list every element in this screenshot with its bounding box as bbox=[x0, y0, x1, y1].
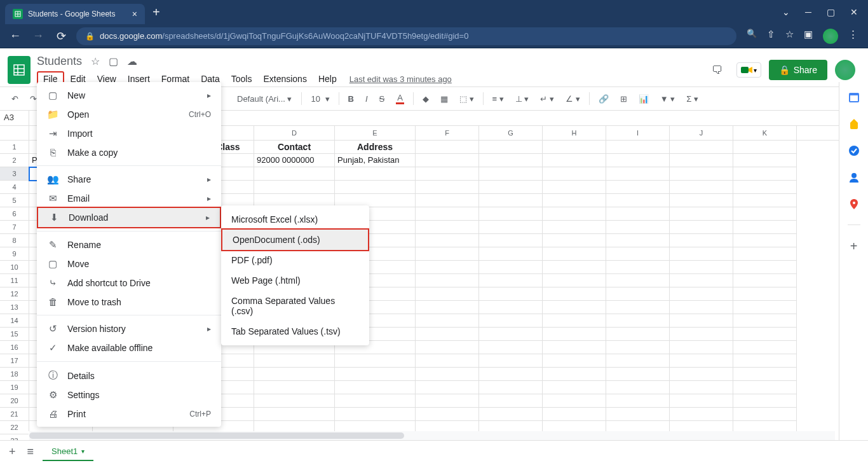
chevron-down-icon[interactable]: ⌄ bbox=[782, 7, 790, 17]
row-header[interactable]: 3 bbox=[0, 167, 29, 181]
close-tab-icon[interactable]: × bbox=[132, 9, 137, 19]
cell[interactable] bbox=[733, 368, 797, 381]
cell[interactable] bbox=[606, 181, 670, 194]
cell[interactable] bbox=[416, 207, 479, 221]
cell[interactable] bbox=[670, 368, 733, 381]
cell[interactable] bbox=[479, 194, 543, 207]
bookmark-icon[interactable]: ☆ bbox=[785, 29, 794, 44]
cell[interactable] bbox=[670, 261, 733, 274]
cell[interactable] bbox=[479, 341, 543, 354]
cell[interactable] bbox=[670, 394, 733, 408]
row-header[interactable]: 4 bbox=[0, 181, 29, 194]
cell[interactable] bbox=[416, 301, 479, 314]
cell[interactable] bbox=[543, 207, 606, 221]
cell[interactable]: 92000 0000000 bbox=[254, 154, 335, 167]
new-tab-button[interactable]: + bbox=[153, 5, 160, 20]
cell[interactable] bbox=[416, 354, 479, 368]
col-header[interactable]: J bbox=[670, 126, 733, 140]
font-size-selector[interactable]: 10 ▾ bbox=[307, 92, 333, 106]
cell[interactable] bbox=[543, 181, 606, 194]
cell[interactable] bbox=[606, 207, 670, 221]
cell[interactable] bbox=[416, 287, 479, 301]
cell[interactable] bbox=[416, 328, 479, 341]
cell[interactable] bbox=[479, 234, 543, 247]
font-selector[interactable]: Default (Ari... ▾ bbox=[233, 92, 296, 106]
all-sheets-button[interactable]: ≡ bbox=[25, 443, 37, 461]
cell[interactable] bbox=[416, 261, 479, 274]
cell[interactable] bbox=[670, 221, 733, 234]
cell[interactable] bbox=[479, 381, 543, 394]
row-header[interactable]: 8 bbox=[0, 234, 29, 247]
cell[interactable] bbox=[606, 341, 670, 354]
menu-tools[interactable]: Tools bbox=[226, 71, 257, 86]
cell[interactable] bbox=[416, 247, 479, 261]
cell[interactable] bbox=[670, 314, 733, 328]
cell[interactable] bbox=[733, 234, 797, 247]
cell[interactable] bbox=[543, 221, 606, 234]
cell[interactable]: Address bbox=[335, 141, 416, 154]
row-header[interactable]: 22 bbox=[0, 421, 29, 434]
cell[interactable] bbox=[606, 301, 670, 314]
cell[interactable] bbox=[543, 167, 606, 181]
rotate-button[interactable]: ∠ ▾ bbox=[562, 92, 584, 106]
col-header[interactable]: E bbox=[335, 126, 416, 140]
cell[interactable] bbox=[543, 261, 606, 274]
cell[interactable] bbox=[335, 394, 416, 408]
download-html[interactable]: Web Page (.html) bbox=[221, 270, 369, 291]
row-header[interactable]: 2 bbox=[0, 154, 29, 167]
cell[interactable] bbox=[335, 368, 416, 381]
comment-button[interactable]: ⊞ bbox=[616, 92, 631, 106]
cell[interactable] bbox=[606, 247, 670, 261]
forward-button[interactable]: → bbox=[31, 29, 46, 43]
cell[interactable] bbox=[606, 408, 670, 421]
file-menu-new[interactable]: ▢New▸ bbox=[37, 86, 221, 105]
cell[interactable] bbox=[733, 354, 797, 368]
cell[interactable] bbox=[543, 141, 606, 154]
meet-button[interactable]: ▾ bbox=[736, 62, 761, 78]
file-menu-shortcut[interactable]: ⤷Add shortcut to Drive bbox=[37, 273, 221, 293]
comments-icon[interactable]: 🗨 bbox=[706, 59, 729, 81]
cell[interactable] bbox=[670, 381, 733, 394]
back-button[interactable]: ← bbox=[8, 29, 23, 43]
cell[interactable] bbox=[733, 261, 797, 274]
cell[interactable] bbox=[543, 394, 606, 408]
cell[interactable] bbox=[606, 328, 670, 341]
cell[interactable] bbox=[606, 314, 670, 328]
cell[interactable] bbox=[733, 247, 797, 261]
cell[interactable] bbox=[670, 328, 733, 341]
contacts-icon[interactable] bbox=[848, 171, 860, 184]
cell[interactable] bbox=[335, 181, 416, 194]
file-menu-move[interactable]: ▢Move bbox=[37, 254, 221, 273]
tasks-icon[interactable] bbox=[848, 144, 860, 157]
cell[interactable] bbox=[416, 194, 479, 207]
cell[interactable] bbox=[606, 274, 670, 287]
cell[interactable] bbox=[733, 221, 797, 234]
cell[interactable] bbox=[606, 368, 670, 381]
reload-button[interactable]: ⟳ bbox=[53, 29, 69, 43]
cell[interactable] bbox=[543, 301, 606, 314]
cell[interactable] bbox=[479, 247, 543, 261]
filter-button[interactable]: ▼ ▾ bbox=[656, 92, 679, 106]
cell[interactable] bbox=[543, 354, 606, 368]
row-header[interactable]: 6 bbox=[0, 207, 29, 221]
cell[interactable] bbox=[479, 261, 543, 274]
scroll-thumb[interactable] bbox=[29, 432, 404, 439]
col-header[interactable]: K bbox=[733, 126, 797, 140]
file-menu-settings[interactable]: ⚙Settings bbox=[37, 385, 221, 404]
cell[interactable] bbox=[733, 274, 797, 287]
cell[interactable] bbox=[543, 341, 606, 354]
cell[interactable] bbox=[479, 408, 543, 421]
cell[interactable] bbox=[543, 408, 606, 421]
star-icon[interactable]: ☆ bbox=[91, 55, 100, 67]
cell[interactable] bbox=[606, 167, 670, 181]
cell[interactable] bbox=[606, 194, 670, 207]
cell[interactable] bbox=[479, 354, 543, 368]
cell[interactable] bbox=[733, 194, 797, 207]
side-reader-icon[interactable]: ▣ bbox=[804, 29, 813, 44]
col-header[interactable]: D bbox=[254, 126, 335, 140]
cell[interactable] bbox=[335, 167, 416, 181]
download-ods[interactable]: OpenDocument (.ods) bbox=[221, 228, 369, 251]
download-csv[interactable]: Comma Separated Values (.csv) bbox=[221, 291, 369, 321]
cell[interactable] bbox=[416, 394, 479, 408]
cell[interactable] bbox=[670, 207, 733, 221]
